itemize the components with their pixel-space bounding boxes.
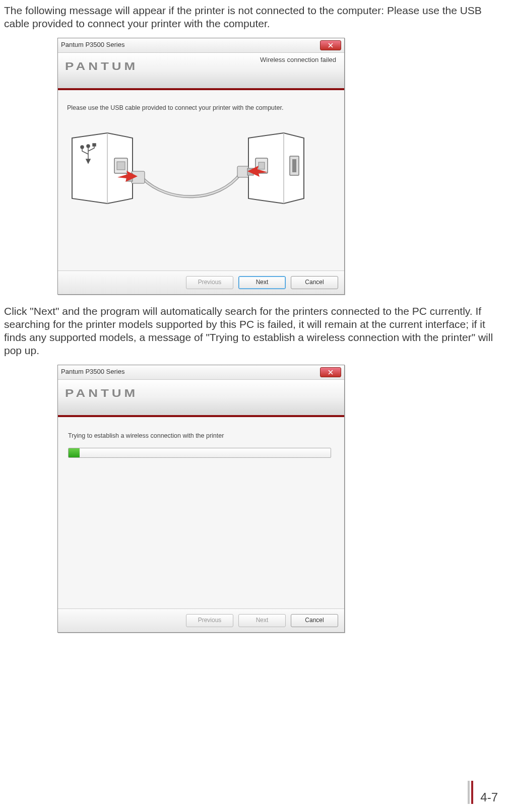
svg-rect-1 [93,144,96,146]
svg-rect-8 [292,159,296,172]
brand-logo: PANTUM [65,386,337,400]
previous-button[interactable]: Previous [186,614,233,627]
close-icon [328,370,333,375]
next-button[interactable]: Next [238,614,286,627]
instruction-text: Please use the USB cable provided to con… [67,104,335,112]
dialog-connecting: Pantum P3500 Series PANTUM Trying to est… [57,365,345,633]
dialog-body: Trying to establish a wireless connectio… [58,417,344,608]
titlebar: Pantum P3500 Series [58,38,344,53]
page-number: 4-7 [480,790,498,805]
titlebar: Pantum P3500 Series [58,365,344,380]
usb-connection-illustration [67,123,309,209]
svg-rect-11 [237,166,248,177]
window-title: Pantum P3500 Series [61,41,124,49]
cancel-button[interactable]: Cancel [291,614,338,627]
window-title: Pantum P3500 Series [61,368,124,376]
next-button[interactable]: Next [238,276,286,289]
close-button[interactable] [320,40,341,50]
dialog-header: PANTUM [58,380,344,417]
progress-bar [68,448,331,458]
dialog-body: Please use the USB cable provided to con… [58,90,344,270]
close-button[interactable] [320,367,341,377]
progress-text: Trying to establish a wireless connectio… [68,432,334,440]
close-icon [328,43,333,48]
mid-text: Click "Next" and the program will automa… [4,305,501,358]
previous-button[interactable]: Previous [186,276,233,289]
dialog-connection-failed: Pantum P3500 Series Wireless connection … [57,38,345,295]
dialog-footer: Previous Next Cancel [58,270,344,294]
svg-rect-4 [117,162,125,170]
brand-logo: PANTUM [65,59,337,73]
intro-text: The following message will appear if the… [4,4,501,31]
dialog-footer: Previous Next Cancel [58,608,344,632]
svg-point-2 [81,146,84,149]
svg-rect-6 [259,162,265,169]
progress-fill [69,448,80,457]
cancel-button[interactable]: Cancel [291,276,338,289]
dialog-header: Wireless connection failed PANTUM [58,53,344,90]
